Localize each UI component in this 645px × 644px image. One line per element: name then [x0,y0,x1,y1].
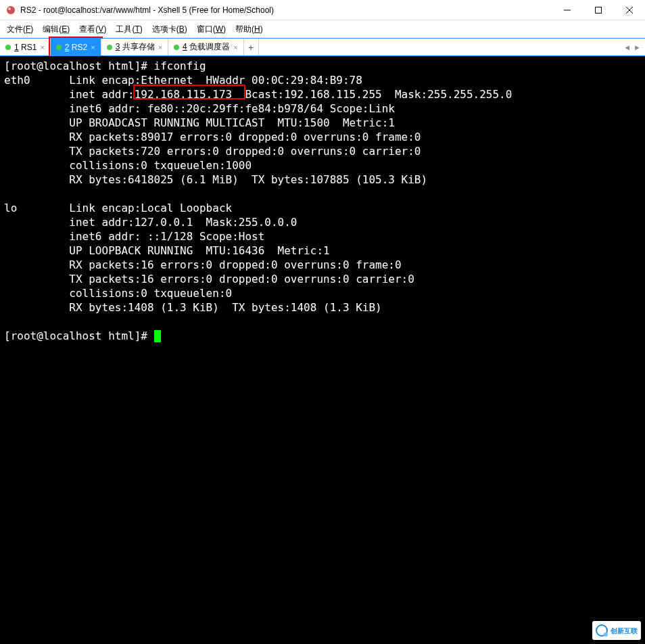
maximize-button[interactable] [583,0,614,20]
terminal-line: RX bytes:1408 (1.3 KiB) TX bytes:1408 (1… [4,301,382,314]
menu-view[interactable]: 查看(V) [79,24,106,35]
watermark-icon [596,624,608,637]
terminal-line: inet addr:127.0.0.1 Mask:255.0.0.0 [4,216,297,229]
tab-rs1[interactable]: 1 RS1 × [0,39,51,55]
window-controls [552,0,645,20]
status-dot-icon [107,45,112,50]
terminal-line: lo Link encap:Local Loopback [4,202,232,214]
tab-nav-right-icon[interactable]: ► [634,43,641,51]
tab-close-icon[interactable]: × [233,43,237,51]
tab-load-balancer[interactable]: 4 负载调度器 × [168,39,243,55]
terminal-line: RX bytes:6418025 (6.1 MiB) TX bytes:1078… [4,173,427,186]
tab-label: 1 RS1 [14,43,37,52]
menu-tools[interactable]: 工具(T) [116,24,142,35]
menu-file[interactable]: 文件(F) [7,24,33,35]
tab-close-icon[interactable]: × [158,43,162,51]
annotation-box [133,85,245,99]
menu-help[interactable]: 帮助(H) [235,24,263,35]
tab-label: 2 RS2 [65,43,87,52]
terminal-line: inet6 addr: fe80::20c:29ff:fe84:b978/64 … [4,102,395,115]
titlebar: RS2 - root@localhost:/var/www/html - Xsh… [0,0,645,20]
terminal-line: UP BROADCAST RUNNING MULTICAST MTU:1500 … [4,116,395,129]
tab-nav: ◄ ► [619,39,645,55]
tab-label: 4 负载调度器 [183,41,230,53]
terminal-line: RX packets:16 errors:0 dropped:0 overrun… [4,258,402,271]
terminal-line: TX packets:720 errors:0 dropped:0 overru… [4,145,421,158]
tab-shared-storage[interactable]: 3 共享存储 × [101,39,168,55]
window-title: RS2 - root@localhost:/var/www/html - Xsh… [20,5,552,15]
status-dot-icon [5,45,11,50]
menubar: 文件(F) 编辑(E) 查看(V) 工具(T) 选项卡(B) 窗口(W) 帮助(… [0,20,645,38]
tab-nav-left-icon[interactable]: ◄ [623,43,631,51]
terminal-line: inet addr:192.168.115.173 Bcast:192.168.… [4,88,512,101]
tab-close-icon[interactable]: × [91,43,95,51]
cursor-icon [154,330,161,342]
terminal-line: collisions:0 txqueuelen:0 [4,287,232,300]
watermark: 创新互联 [592,621,641,640]
terminal-line: UP LOOPBACK RUNNING MTU:16436 Metric:1 [4,244,330,257]
tab-label: 3 共享存储 [116,41,155,53]
tabbar: 1 RS1 × 2 RS2 × 3 共享存储 × 4 负载调度器 × + ◄ ► [0,38,645,56]
svg-point-1 [8,7,11,10]
terminal-line: TX packets:16 errors:0 dropped:0 overrun… [4,273,414,285]
close-button[interactable] [614,0,645,20]
terminal-line: RX packets:89017 errors:0 dropped:0 over… [4,131,421,143]
terminal-line: collisions:0 txqueuelen:1000 [4,159,252,172]
terminal[interactable]: [root@localhost html]# ifconfig eth0 Lin… [0,56,645,644]
status-dot-icon [174,45,179,50]
terminal-prompt: [root@localhost html]# [4,329,154,342]
menu-tab[interactable]: 选项卡(B) [152,24,187,35]
svg-point-0 [7,6,15,14]
tab-rs2[interactable]: 2 RS2 × [51,39,101,55]
tab-close-icon[interactable]: × [40,43,44,51]
terminal-line: [root@localhost html]# ifconfig [4,60,206,72]
tab-add-button[interactable]: + [244,39,259,55]
watermark-text: 创新互联 [611,624,638,638]
app-icon [5,5,16,16]
minimize-button[interactable] [552,0,583,20]
menu-window[interactable]: 窗口(W) [197,24,226,35]
menu-edit[interactable]: 编辑(E) [43,24,70,35]
status-dot-icon [56,45,62,50]
terminal-line: inet6 addr: ::1/128 Scope:Host [4,230,264,243]
svg-rect-3 [596,7,602,14]
